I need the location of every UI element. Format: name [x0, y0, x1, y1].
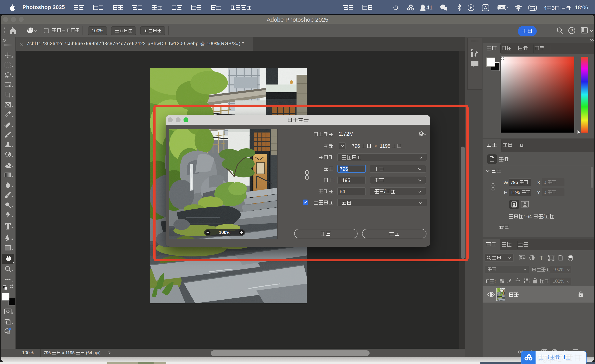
- svg-text:?: ?: [570, 28, 573, 33]
- svg-text:A: A: [484, 5, 487, 10]
- svg-text:T: T: [539, 255, 543, 261]
